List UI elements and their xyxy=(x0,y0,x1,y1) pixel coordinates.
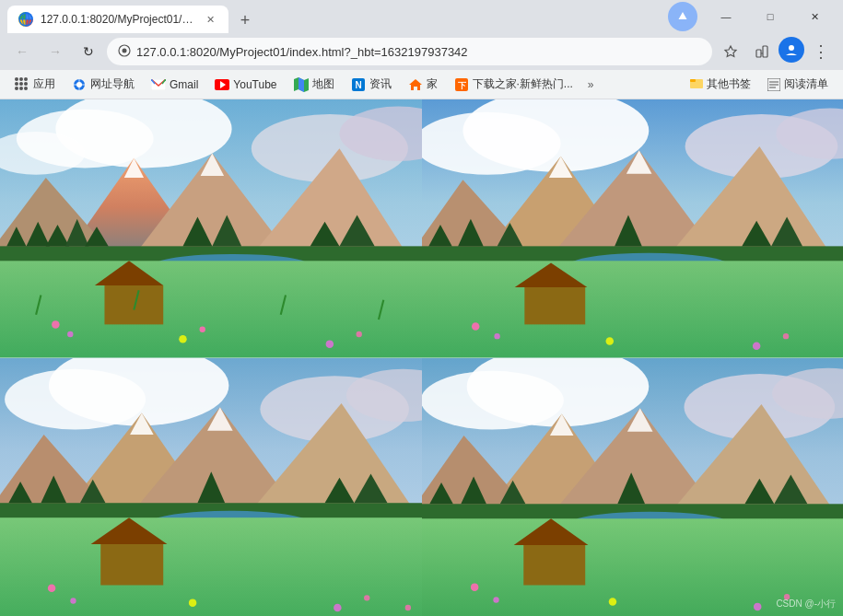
svg-marker-22 xyxy=(409,79,422,90)
nav-label: 网址导航 xyxy=(90,76,135,92)
chrome-menu-icon xyxy=(668,2,697,31)
tab-close-button[interactable]: ✕ xyxy=(203,12,217,27)
extension-button[interactable] xyxy=(747,37,777,66)
svg-rect-9 xyxy=(756,50,761,57)
bookmark-jia[interactable]: 家 xyxy=(401,74,445,95)
svg-point-91 xyxy=(471,322,479,331)
svg-point-148 xyxy=(470,583,478,591)
minimize-button[interactable]: — xyxy=(705,2,747,31)
svg-point-119 xyxy=(48,584,56,592)
svg-point-61 xyxy=(200,327,205,332)
svg-point-150 xyxy=(608,598,616,606)
content-area: CSDN @-小行 xyxy=(0,99,843,616)
info-icon: N xyxy=(351,77,366,92)
svg-text:N: N xyxy=(355,80,361,90)
info-label: 资讯 xyxy=(369,76,392,92)
tab-area: 127.0.0.1:8020/MyProject01/in... ✕ + xyxy=(7,0,668,33)
svg-point-63 xyxy=(357,331,362,337)
svg-point-93 xyxy=(605,337,614,345)
svg-point-149 xyxy=(493,597,498,602)
apps-label: 应用 xyxy=(33,76,55,92)
apps-icon xyxy=(15,77,29,92)
more-bookmarks-button[interactable]: » xyxy=(582,76,600,94)
download-label: 下载之家·新鲜热门... xyxy=(473,76,573,92)
tab-title: 127.0.0.1:8020/MyProject01/in... xyxy=(41,13,195,26)
watermark: CSDN @-小行 xyxy=(776,598,836,610)
new-tab-button[interactable]: + xyxy=(232,7,258,33)
svg-point-59 xyxy=(67,331,73,337)
window-controls: — □ ✕ xyxy=(705,2,836,31)
svg-rect-26 xyxy=(690,79,696,82)
bookmark-apps[interactable]: 应用 xyxy=(7,74,63,95)
active-tab[interactable]: 127.0.0.1:8020/MyProject01/in... ✕ xyxy=(7,6,228,33)
reading-mode-button[interactable]: 阅读清单 xyxy=(760,74,836,95)
other-bookmarks-button[interactable]: 其他书签 xyxy=(683,74,758,95)
svg-point-94 xyxy=(752,343,760,351)
image-bottom-right: CSDN @-小行 xyxy=(422,358,844,617)
svg-point-62 xyxy=(326,340,334,348)
bookmark-gmail[interactable]: Gmail xyxy=(144,75,205,95)
bookmarks-bar: 应用 网址导航 Gmail YouTube 地图 xyxy=(0,70,843,99)
svg-point-120 xyxy=(70,598,76,603)
svg-point-151 xyxy=(753,602,761,610)
bookmark-youtube[interactable]: YouTube xyxy=(207,75,284,95)
image-top-right xyxy=(422,99,844,358)
gmail-label: Gmail xyxy=(170,78,198,91)
bookmark-right-group: 其他书签 阅读清单 xyxy=(683,74,836,95)
other-bookmarks-label: 其他书签 xyxy=(707,76,751,92)
bookmark-maps[interactable]: 地图 xyxy=(287,74,342,95)
url-text: 127.0.0.1:8020/MyProject01/index.html?_h… xyxy=(136,45,701,59)
svg-marker-8 xyxy=(725,46,736,57)
bookmark-nav[interactable]: 网址导航 xyxy=(64,74,142,95)
maps-icon xyxy=(294,77,309,92)
svg-rect-10 xyxy=(763,46,767,57)
close-button[interactable]: ✕ xyxy=(793,2,836,31)
forward-button[interactable]: → xyxy=(41,37,70,66)
svg-point-95 xyxy=(782,333,788,339)
back-button[interactable]: ← xyxy=(7,37,37,66)
secure-icon xyxy=(118,44,131,60)
svg-rect-146 xyxy=(523,544,585,585)
svg-rect-89 xyxy=(524,287,585,324)
svg-point-92 xyxy=(494,333,499,339)
svg-rect-55 xyxy=(0,261,422,357)
maps-label: 地图 xyxy=(312,76,334,92)
svg-point-58 xyxy=(52,320,60,329)
bookmark-info[interactable]: N 资讯 xyxy=(344,74,399,95)
svg-point-60 xyxy=(179,335,187,343)
star-button[interactable] xyxy=(716,37,745,66)
svg-point-122 xyxy=(334,603,342,611)
svg-text:下: 下 xyxy=(457,81,466,90)
gmail-icon xyxy=(151,77,166,92)
svg-rect-88 xyxy=(422,261,844,357)
more-button[interactable]: ⋮ xyxy=(806,37,836,66)
youtube-label: YouTube xyxy=(233,78,276,91)
image-top-left xyxy=(0,99,422,358)
nav-icon xyxy=(72,77,87,92)
jia-label: 家 xyxy=(427,76,438,92)
svg-rect-116 xyxy=(0,517,422,616)
address-box[interactable]: 127.0.0.1:8020/MyProject01/index.html?_h… xyxy=(107,38,712,65)
jia-icon xyxy=(408,77,423,92)
image-bottom-left xyxy=(0,358,422,617)
youtube-icon xyxy=(215,77,229,92)
browser-frame: 127.0.0.1:8020/MyProject01/in... ✕ + — □… xyxy=(0,0,843,616)
svg-point-12 xyxy=(789,45,794,51)
profile-button[interactable] xyxy=(779,37,804,63)
maximize-button[interactable]: □ xyxy=(749,2,791,31)
toolbar-icons: ⋮ xyxy=(716,37,836,66)
bookmark-download[interactable]: 下 下载之家·新鲜热门... xyxy=(447,74,580,95)
svg-point-124 xyxy=(405,604,411,610)
svg-rect-117 xyxy=(100,543,163,585)
svg-point-123 xyxy=(364,595,369,600)
reading-mode-label: 阅读清单 xyxy=(784,76,828,92)
download-icon: 下 xyxy=(454,77,469,92)
tab-favicon xyxy=(18,12,33,27)
refresh-button[interactable]: ↻ xyxy=(74,37,103,66)
svg-rect-56 xyxy=(104,285,163,325)
svg-marker-19 xyxy=(299,77,304,92)
svg-point-7 xyxy=(123,48,127,52)
svg-point-121 xyxy=(189,599,197,607)
title-bar: 127.0.0.1:8020/MyProject01/in... ✕ + — □… xyxy=(0,0,843,33)
address-bar: ← → ↻ 127.0.0.1:8020/MyProject01/index.h… xyxy=(0,33,843,70)
